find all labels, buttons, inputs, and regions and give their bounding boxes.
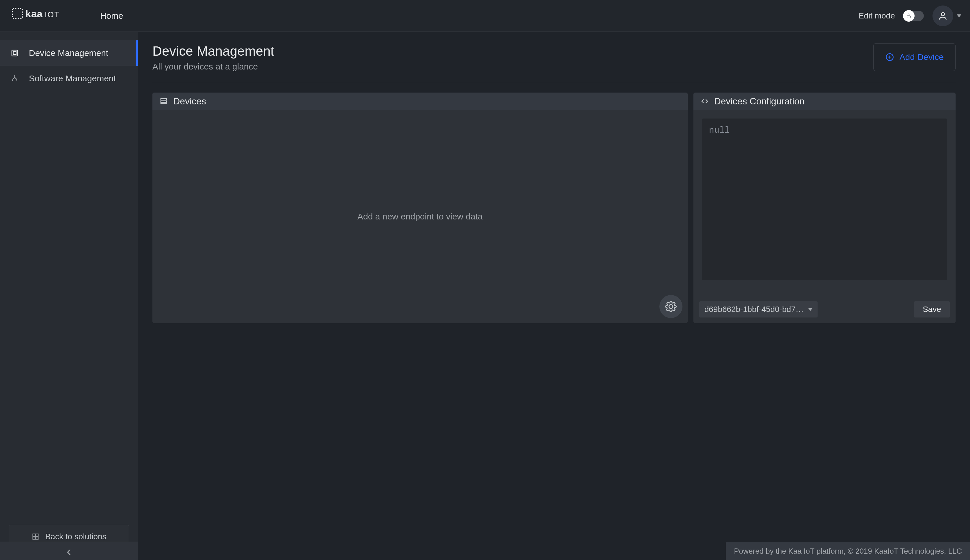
edit-mode-toggle[interactable]	[904, 11, 924, 21]
code-icon	[701, 97, 709, 105]
branch-icon	[8, 74, 21, 83]
device-select-value: d69b662b-1bbf-45d0-bd70…	[704, 305, 805, 314]
chevron-left-icon: ‹	[67, 543, 71, 559]
sidebar-item-device-management[interactable]: Device Management	[0, 40, 138, 66]
sidebar-item-label: Device Management	[29, 48, 108, 58]
svg-rect-5	[12, 50, 18, 56]
config-code-area[interactable]: null	[702, 118, 947, 280]
svg-rect-3	[907, 15, 911, 18]
user-menu-caret-icon[interactable]	[957, 14, 962, 17]
chevron-down-icon	[808, 308, 812, 311]
devices-settings-button[interactable]	[659, 295, 682, 318]
gear-icon	[665, 301, 677, 312]
svg-rect-6	[13, 52, 16, 55]
devices-empty-text: Add a new endpoint to view data	[357, 212, 483, 222]
main-content: Device Management All your devices at a …	[138, 32, 970, 560]
config-card-body: null	[694, 110, 955, 295]
edit-mode-label[interactable]: Edit mode	[858, 11, 895, 20]
config-card: Devices Configuration null d69b662b-1bbf…	[694, 93, 955, 323]
device-select[interactable]: d69b662b-1bbf-45d0-bd70…	[699, 301, 818, 317]
page-header: Device Management All your devices at a …	[152, 43, 955, 82]
page-subtitle: All your devices at a glance	[152, 62, 274, 72]
svg-rect-8	[36, 534, 38, 537]
topbar: kaa IOT Home Edit mode	[0, 0, 970, 32]
svg-rect-7	[33, 534, 35, 537]
devices-card-body: Add a new endpoint to view data	[152, 110, 687, 323]
svg-rect-14	[161, 103, 167, 104]
add-device-label: Add Device	[900, 52, 944, 62]
svg-rect-13	[161, 101, 167, 102]
config-card-header: Devices Configuration	[694, 93, 955, 110]
grid-icon	[32, 533, 40, 541]
page-title: Device Management	[152, 43, 274, 59]
config-footer: d69b662b-1bbf-45d0-bd70… Save	[694, 295, 955, 323]
svg-point-4	[941, 12, 944, 15]
svg-rect-12	[161, 98, 167, 100]
device-icon	[8, 49, 21, 57]
panels: Devices Add a new endpoint to view data	[152, 93, 955, 323]
sidebar-item-software-management[interactable]: Software Management	[0, 66, 138, 91]
config-card-title: Devices Configuration	[714, 96, 804, 107]
footer: Powered by the Kaa IoT platform, © 2019 …	[726, 542, 970, 560]
plus-circle-icon	[885, 52, 895, 62]
svg-rect-9	[33, 537, 35, 539]
devices-card: Devices Add a new endpoint to view data	[152, 93, 687, 323]
user-menu-button[interactable]	[932, 5, 953, 26]
svg-rect-0	[12, 8, 22, 18]
save-button[interactable]: Save	[914, 301, 950, 317]
user-icon	[938, 11, 948, 21]
sidebar-collapse-button[interactable]: ‹	[0, 542, 138, 560]
svg-text:IOT: IOT	[45, 10, 60, 19]
footer-text: Powered by the Kaa IoT platform, © 2019 …	[734, 547, 962, 556]
back-label: Back to solutions	[45, 532, 107, 541]
sidebar-item-label: Software Management	[29, 73, 116, 83]
lock-icon	[906, 13, 912, 19]
list-icon	[159, 97, 168, 105]
devices-card-title: Devices	[173, 96, 206, 107]
svg-rect-10	[36, 537, 38, 539]
devices-card-header: Devices	[152, 93, 687, 110]
add-device-button[interactable]: Add Device	[873, 43, 955, 71]
nav-home[interactable]: Home	[94, 8, 129, 23]
logo[interactable]: kaa IOT	[12, 0, 94, 32]
sidebar: Device Management Software Management Ba…	[0, 32, 138, 560]
svg-text:kaa: kaa	[25, 8, 43, 19]
